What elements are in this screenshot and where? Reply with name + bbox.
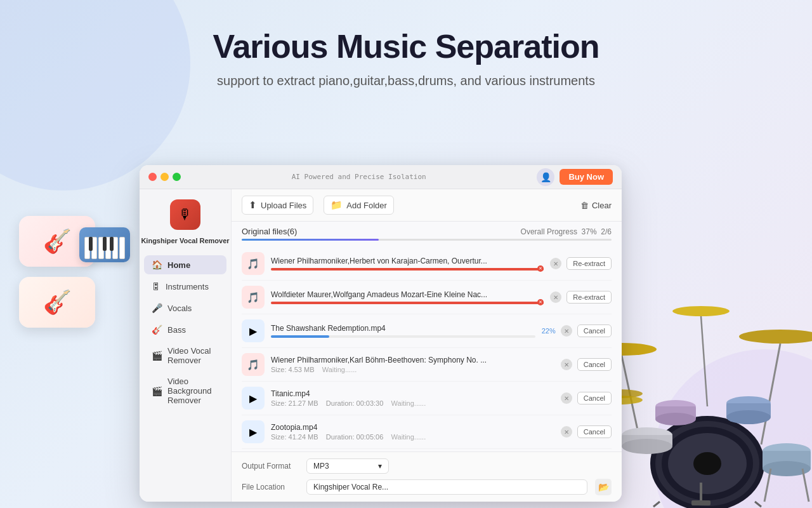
file-thumb: ▶	[242, 319, 265, 342]
page-title: Various Music Separation	[0, 29, 812, 65]
re-extract-button[interactable]: Re-extract	[566, 291, 612, 304]
file-meta: Size: 21.27 MB Duration: 00:03:30 Waitin…	[271, 399, 554, 407]
file-progress-bar: ✕	[271, 302, 544, 304]
percent-label: 22%	[542, 327, 556, 335]
format-select[interactable]: MP3 ▾	[306, 458, 389, 474]
file-thumb: 🎵	[242, 286, 265, 309]
progress-area: Original files(6) Overall Progress 37% 2…	[232, 222, 622, 244]
table-row: 🎵 Wolfdieter Maurer,Wolfgang Amadeus Moz…	[242, 281, 612, 314]
buy-now-button[interactable]: Buy Now	[560, 169, 613, 185]
music-icon: 🎵	[247, 359, 259, 371]
table-row: 🎵 Wiener Philharmoniker,Karl Böhm-Beetho…	[242, 348, 612, 382]
file-actions: ✕ Re-extract	[550, 291, 612, 304]
file-thumb: 🎵	[242, 353, 265, 376]
traffic-lights	[148, 173, 181, 181]
close-button[interactable]	[148, 173, 157, 181]
app-name-label: Kingshiper Vocal Remover	[141, 236, 229, 245]
minimize-button[interactable]	[160, 173, 169, 181]
user-avatar[interactable]: 👤	[537, 168, 554, 186]
logo-icon: 🎙	[178, 206, 192, 223]
sidebar-item-video-bg-remover[interactable]: 🎬 Video Background Remover	[144, 372, 226, 410]
remove-button[interactable]: ✕	[550, 258, 561, 269]
video-bg-label: Video Background Remover	[167, 377, 219, 405]
video-icon: ▶	[249, 426, 257, 438]
upload-files-button[interactable]: ⬆ Upload Files	[242, 196, 313, 215]
electric-guitar-icon: 🎸	[43, 289, 72, 316]
instruments-icon: 🎛	[152, 281, 160, 291]
overall-progress-info: Overall Progress 37% 2/6	[521, 227, 612, 236]
file-progress-bar	[271, 335, 535, 338]
remove-button[interactable]: ✕	[561, 359, 572, 370]
format-label: Output Format	[242, 462, 299, 471]
file-info: Titanic.mp4 Size: 21.27 MB Duration: 00:…	[271, 389, 554, 407]
remove-button[interactable]: ✕	[561, 392, 572, 404]
folder-browse-icon: 📂	[598, 482, 609, 492]
video-bg-icon: 🎬	[152, 386, 162, 396]
app-body: 🎙 Kingshiper Vocal Remover 🏠 Home 🎛 Inst…	[140, 189, 622, 502]
app-window-wrapper: AI Powered and Precise Isolation 👤 Buy N…	[140, 165, 812, 508]
add-folder-label: Add Folder	[346, 201, 387, 210]
music-icon: 🎵	[247, 291, 259, 304]
file-actions: ✕ Cancel	[561, 425, 612, 438]
re-extract-button[interactable]: Re-extract	[566, 257, 612, 270]
file-thumb: 🎵	[242, 252, 265, 275]
instruments-label: Instruments	[166, 282, 209, 291]
file-actions: 22% ✕ Cancel	[542, 324, 612, 337]
vocals-label: Vocals	[167, 304, 192, 313]
file-list: 🎵 Wiener Philharmoniker,Herbert von Kara…	[232, 244, 622, 451]
cancel-button[interactable]: Cancel	[577, 425, 612, 438]
sidebar-item-home[interactable]: 🏠 Home	[144, 255, 226, 274]
location-row: File Location Kingshiper Vocal Re... 📂	[242, 479, 612, 495]
video-vocal-icon: 🎬	[152, 351, 162, 361]
title-bar: AI Powered and Precise Isolation 👤 Buy N…	[140, 165, 622, 189]
overall-progress-fill	[242, 239, 379, 241]
user-icon-area: 👤	[537, 168, 554, 186]
cancel-button[interactable]: Cancel	[577, 358, 612, 371]
guitar-icon: 🎸	[43, 228, 72, 255]
file-info: Zootopia.mp4 Size: 41.24 MB Duration: 00…	[271, 423, 554, 441]
sidebar-item-video-vocal-remover[interactable]: 🎬 Video Vocal Remover	[144, 342, 226, 370]
video-icon: ▶	[249, 325, 257, 337]
file-meta: Size: 4.53 MB Waiting......	[271, 366, 554, 373]
chevron-down-icon: ▾	[378, 462, 382, 471]
sidebar-item-instruments[interactable]: 🎛 Instruments	[144, 277, 226, 296]
app-window: AI Powered and Precise Isolation 👤 Buy N…	[140, 165, 622, 502]
file-name: Wolfdieter Maurer,Wolfgang Amadeus Mozar…	[271, 290, 544, 299]
home-icon: 🏠	[152, 260, 162, 270]
bass-label: Bass	[167, 325, 186, 335]
sidebar: 🎙 Kingshiper Vocal Remover 🏠 Home 🎛 Inst…	[140, 189, 232, 502]
browse-folder-button[interactable]: 📂	[595, 479, 612, 495]
header-section: Various Music Separation support to extr…	[0, 0, 812, 88]
vocals-icon: 🎤	[152, 303, 162, 313]
file-actions: ✕ Re-extract	[550, 257, 612, 270]
add-folder-button[interactable]: 📁 Add Folder	[324, 196, 394, 215]
file-thumb: ▶	[242, 420, 265, 443]
cancel-button[interactable]: Cancel	[577, 392, 612, 404]
remove-button[interactable]: ✕	[550, 291, 561, 303]
page-subtitle: support to extract piano,guitar,bass,dru…	[0, 74, 812, 88]
tagline-text: AI Powered and Precise Isolation	[186, 173, 532, 181]
sidebar-item-vocals[interactable]: 🎤 Vocals	[144, 298, 226, 318]
location-path[interactable]: Kingshiper Vocal Re...	[306, 479, 587, 495]
remove-button[interactable]: ✕	[561, 325, 572, 337]
file-thumb: ▶	[242, 387, 265, 410]
piano-widget	[79, 227, 130, 262]
file-name: Titanic.mp4	[271, 389, 554, 398]
table-row: ▶ Titanic.mp4 Size: 21.27 MB Duration: 0…	[242, 382, 612, 415]
clear-button[interactable]: 🗑 Clear	[580, 201, 612, 210]
table-row: ▶ The Shawshank Redemption.mp4 22% ✕ Can…	[242, 314, 612, 348]
cancel-button[interactable]: Cancel	[577, 324, 612, 337]
location-value: Kingshiper Vocal Re...	[313, 483, 388, 491]
table-row: 🎵 Wiener Philharmoniker,Herbert von Kara…	[242, 247, 612, 281]
app-logo: 🎙	[170, 199, 200, 230]
file-info: The Shawshank Redemption.mp4	[271, 324, 535, 338]
progress-header: Original files(6) Overall Progress 37% 2…	[242, 227, 612, 236]
remove-button[interactable]: ✕	[561, 426, 572, 438]
file-name: Zootopia.mp4	[271, 423, 554, 432]
sidebar-item-bass[interactable]: 🎸 Bass	[144, 320, 226, 339]
video-vocal-label: Video Vocal Remover	[167, 346, 219, 365]
main-panel: ⬆ Upload Files 📁 Add Folder 🗑 Clear	[232, 189, 622, 502]
overall-progress-track	[242, 239, 612, 241]
fullscreen-button[interactable]	[173, 173, 181, 181]
error-indicator: ✕	[537, 265, 544, 272]
